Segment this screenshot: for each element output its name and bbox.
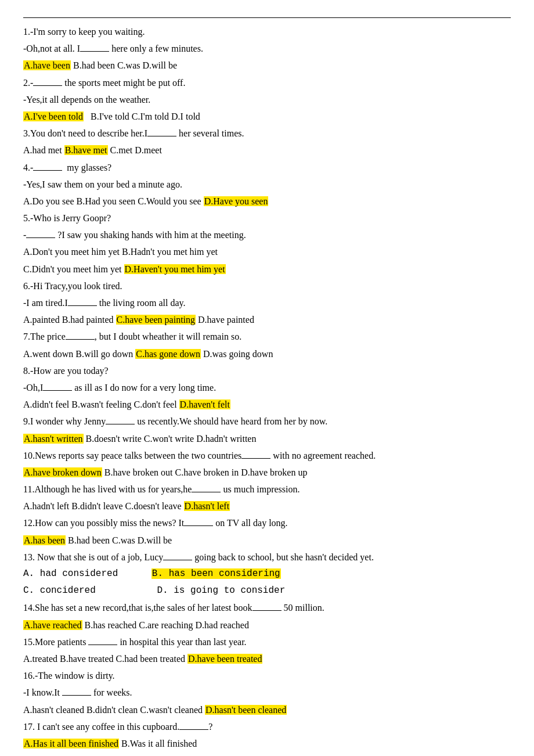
blank-4 xyxy=(33,170,62,171)
q5-line1: 5.-Who is Jerry Goopr? xyxy=(23,210,511,226)
q10-line1: 10.News reports say peace talks between … xyxy=(23,448,511,463)
blank-7 xyxy=(66,339,95,340)
q7-line1: 7.The price, but I doubt wheather it wil… xyxy=(23,329,511,344)
q5-line2: - ?I saw you shaking hands with him at t… xyxy=(23,227,511,243)
q1-answer: A.have been xyxy=(23,60,71,70)
blank-16 xyxy=(62,695,91,696)
blank-9 xyxy=(106,424,135,424)
blank-12 xyxy=(184,525,213,526)
q2-answer: A.I've been told xyxy=(23,111,84,121)
q6-line1: 6.-Hi Tracy,you look tired. xyxy=(23,278,511,294)
q15-answer: D.have been treated xyxy=(187,654,262,664)
q14-answer: A.have reached xyxy=(23,620,82,630)
q7-answer: C.has gone down xyxy=(135,349,201,359)
q13-optionAB: A. had considered B. has been considerin… xyxy=(23,566,511,582)
q13-answer: B. has been considering xyxy=(151,568,281,579)
q17-answer: A.Has it all been finished xyxy=(23,739,119,748)
q5-line3: A.Don't you meet him yet B.Hadn't you me… xyxy=(23,244,511,260)
q14-options: A.have reached B.has reached C.are reach… xyxy=(23,617,511,633)
q11-answer: D.hasn't left xyxy=(184,501,230,511)
q8-line1: 8.-How are you today? xyxy=(23,363,511,379)
q4-line1: 4.- my glasses? xyxy=(23,160,511,175)
q17-optionAB: A.Has it all been finished B.Was it all … xyxy=(23,736,511,751)
q6-line2: -I am tired.I the living room all day. xyxy=(23,295,511,311)
q9-line1: 9.I wonder why Jenny us recently.We shou… xyxy=(23,413,511,429)
q9-answer: A.hasn't written xyxy=(23,434,84,444)
q3-options: A.had met B.have met C.met D.meet xyxy=(23,142,511,158)
blank-13 xyxy=(163,560,192,560)
q12-answer: A.has been xyxy=(23,535,66,545)
q9-options: A.hasn't written B.doesn't write C.won't… xyxy=(23,431,511,447)
q3-line1: 3.You don't need to describe her.I her s… xyxy=(23,125,511,141)
q7-options: A.went down B.will go down C.has gone do… xyxy=(23,346,511,362)
q14-line1: 14.She has set a new record,that is,the … xyxy=(23,600,511,615)
q12-line1: 12.How can you possibly miss the news? I… xyxy=(23,515,511,531)
blank-5 xyxy=(26,237,55,238)
q4-options: A.Do you see B.Had you seen C.Would you … xyxy=(23,193,511,209)
q6-answer: C.have been painting xyxy=(116,315,196,325)
q10-options: A.have broken down B.have broken out C.h… xyxy=(23,465,511,480)
q10-answer: A.have broken down xyxy=(23,467,102,477)
q17-optionCD: C.Has it all finished D.Did it all finis… xyxy=(23,753,511,756)
q2-line1: 2.- the sports meet might be put off. xyxy=(23,75,511,91)
q2-options: A.I've been told B.I've told C.I'm told … xyxy=(23,109,511,124)
blank-1 xyxy=(80,51,109,52)
q17-line1: 17. I can't see any coffee in this cupbo… xyxy=(23,719,511,735)
q1-line1: 1.-I'm sorry to keep you waiting. xyxy=(23,24,511,39)
q4-answer: D.Have you seen xyxy=(204,196,269,206)
q11-line1: 11.Although he has lived with us for yea… xyxy=(23,481,511,497)
page-container: 1.-I'm sorry to keep you waiting. -Oh,no… xyxy=(23,17,511,756)
q15-line1: 15.More patients in hospital this year t… xyxy=(23,634,511,650)
blank-11 xyxy=(192,492,221,492)
q5-options: C.Didn't you meet him yet D.Haven't you … xyxy=(23,261,511,277)
q16-options: A.hasn't cleaned B.didn't clean C.wasn't… xyxy=(23,702,511,718)
blank-6 xyxy=(68,305,97,306)
q13-optionCD: C. concidered D. is going to consider xyxy=(23,583,511,599)
q11-options: A.hadn't left B.didn't leave C.doesn't l… xyxy=(23,498,511,514)
q6-options: A.painted B.had painted C.have been pain… xyxy=(23,312,511,327)
top-divider xyxy=(23,17,511,18)
q16-line1: 16.-The window is dirty. xyxy=(23,668,511,683)
blank-17 xyxy=(179,729,208,730)
q15-options: A.treated B.have treated C.had been trea… xyxy=(23,651,511,667)
q8-options: A.didn't feel B.wasn't feeling C.don't f… xyxy=(23,397,511,412)
q4-line2: -Yes,I saw them on your bed a minute ago… xyxy=(23,177,511,192)
q1-options: A.have been B.had been C.was D.will be xyxy=(23,57,511,73)
q2-line2: -Yes,it all depends on the weather. xyxy=(23,92,511,107)
blank-2 xyxy=(33,85,62,86)
blank-15 xyxy=(88,645,117,645)
content-area: 1.-I'm sorry to keep you waiting. -Oh,no… xyxy=(23,24,511,756)
q16-line2: -I know.It for weeks. xyxy=(23,685,511,700)
q12-options: A.has been B.had been C.was D.will be xyxy=(23,532,511,548)
blank-3 xyxy=(147,136,176,136)
q8-answer: D.haven't felt xyxy=(179,399,230,409)
q8-line2: -Oh,I as ill as I do now for a very long… xyxy=(23,380,511,395)
q1-line2: -Oh,not at all. I here only a few minute… xyxy=(23,41,511,56)
blank-10 xyxy=(241,458,270,459)
blank-14 xyxy=(252,610,282,611)
q3-answer: B.have met xyxy=(64,145,108,155)
q5-answer: D.Haven't you met him yet xyxy=(124,264,226,274)
q13-line1: 13. Now that she is out of a job, Lucy g… xyxy=(23,549,511,565)
blank-8 xyxy=(43,390,72,391)
q16-answer: D.hasn't been cleaned xyxy=(205,705,287,715)
